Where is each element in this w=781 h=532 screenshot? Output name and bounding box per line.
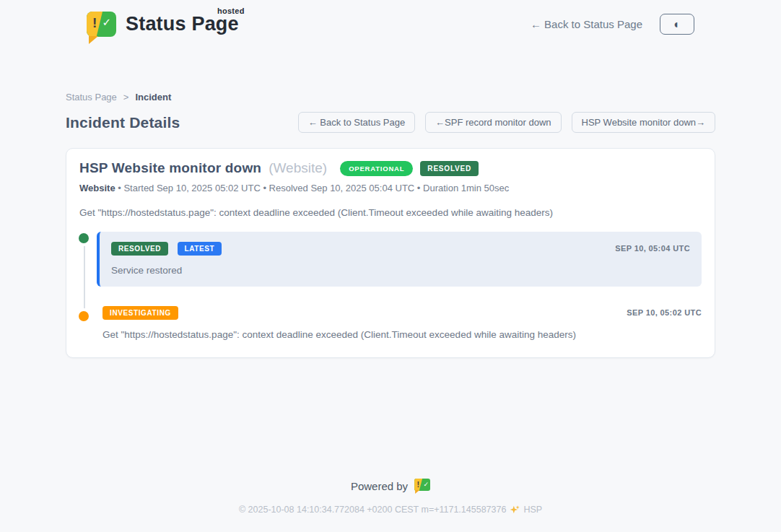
checkmark-icon: ✓: [102, 16, 111, 29]
timeline-update-initial: INVESTIGATING SEP 10, 05:02 UTC Get "htt…: [97, 304, 702, 340]
operational-status-badge: OPERATIONAL: [340, 161, 413, 176]
brand-name: Status Page: [126, 13, 239, 35]
next-incident-button[interactable]: HSP Website monitor down→: [572, 112, 715, 133]
title-row: Incident Details ← Back to Status Page ←…: [66, 112, 715, 133]
resolved-badge: RESOLVED: [111, 242, 168, 256]
breadcrumb-incident: Incident: [135, 92, 171, 103]
timeline-entry-investigating: INVESTIGATING SEP 10, 05:02 UTC Get "htt…: [97, 304, 702, 340]
latest-badge: LATEST: [178, 242, 222, 256]
resolved-state-badge: RESOLVED: [420, 161, 479, 176]
incident-nav-buttons: ← Back to Status Page ←SPF record monito…: [298, 112, 715, 133]
breadcrumb-separator: >: [123, 92, 129, 103]
logo-bubble-tail: [89, 36, 98, 44]
meta-component: Website: [79, 183, 115, 193]
powered-by: Powered by ! ✓: [0, 479, 781, 494]
exclamation-icon: !: [417, 480, 420, 489]
logo-speech-bubble: ! ✓: [87, 12, 116, 37]
incident-component: (Website): [269, 160, 327, 176]
header-back-link[interactable]: ← Back to Status Page: [531, 18, 642, 30]
incident-card: HSP Website monitor down (Website) OPERA…: [66, 148, 715, 358]
hosted-superscript: hosted: [217, 6, 245, 15]
status-page-logo-icon: ! ✓: [87, 12, 116, 37]
meta-duration: Duration 1min 50sec: [423, 183, 509, 193]
site-footer: Powered by ! ✓ © 2025-10-08 14:10:34.772…: [0, 479, 781, 532]
incident-meta: Website • Started Sep 10, 2025 05:02 UTC…: [79, 183, 702, 193]
contrast-icon: ◐: [673, 18, 681, 31]
back-to-status-page-button[interactable]: ← Back to Status Page: [298, 112, 415, 133]
meta-started: Started Sep 10, 2025 05:02 UTC: [123, 183, 260, 193]
sparkles-icon: [510, 505, 520, 515]
meta-bullet: •: [118, 183, 121, 193]
timeline-update-latest: RESOLVED LATEST SEP 10, 05:04 UTC Servic…: [97, 232, 702, 287]
breadcrumb: Status Page > Incident: [66, 92, 715, 103]
meta-bullet: •: [263, 183, 266, 193]
timeline-connector-line: [84, 240, 85, 310]
incident-title: HSP Website monitor down: [79, 160, 261, 176]
meta-resolved: Resolved Sep 10, 2025 05:04 UTC: [269, 183, 415, 193]
breadcrumb-status-page[interactable]: Status Page: [66, 92, 117, 103]
incident-timeline: RESOLVED LATEST SEP 10, 05:04 UTC Servic…: [79, 232, 702, 340]
update-message: Service restored: [111, 265, 690, 276]
checkmark-icon: ✓: [424, 481, 429, 488]
timeline-dot-green: [76, 230, 92, 246]
footer-logo-bubble: ! ✓: [414, 479, 430, 491]
site-header: ! ✓ Status Page hosted ← Back to Status …: [0, 0, 781, 37]
copyright-brand: HSP: [523, 505, 542, 515]
theme-toggle-button[interactable]: ◐: [660, 14, 694, 35]
update-timestamp: SEP 10, 05:04 UTC: [615, 244, 690, 253]
brand-wordmark: Status Page hosted: [126, 13, 243, 35]
prev-incident-button[interactable]: ←SPF record monitor down: [425, 112, 561, 133]
incident-description: Get "https://hostedstatus.page": context…: [79, 207, 702, 218]
copyright-line: © 2025-10-08 14:10:34.772084 +0200 CEST …: [0, 505, 781, 515]
meta-bullet: •: [417, 183, 421, 193]
copyright-text: © 2025-10-08 14:10:34.772084 +0200 CEST …: [239, 505, 507, 515]
brand-logo[interactable]: ! ✓ Status Page hosted: [87, 12, 243, 37]
exclamation-icon: !: [92, 15, 97, 31]
header-actions: ← Back to Status Page ◐: [531, 14, 694, 35]
page-title: Incident Details: [66, 114, 180, 131]
powered-by-label: Powered by: [351, 480, 408, 492]
timeline-entry-resolved: RESOLVED LATEST SEP 10, 05:04 UTC Servic…: [97, 232, 702, 287]
incident-title-row: HSP Website monitor down (Website) OPERA…: [79, 160, 702, 176]
footer-logo-icon[interactable]: ! ✓: [414, 479, 430, 494]
main-content: Status Page > Incident Incident Details …: [66, 92, 715, 358]
update-message: Get "https://hostedstatus.page": context…: [102, 329, 702, 340]
investigating-badge: INVESTIGATING: [102, 306, 178, 320]
update-timestamp: SEP 10, 05:02 UTC: [627, 308, 702, 317]
timeline-dot-orange: [76, 308, 92, 324]
footer-logo-bubble-tail: [415, 490, 419, 494]
